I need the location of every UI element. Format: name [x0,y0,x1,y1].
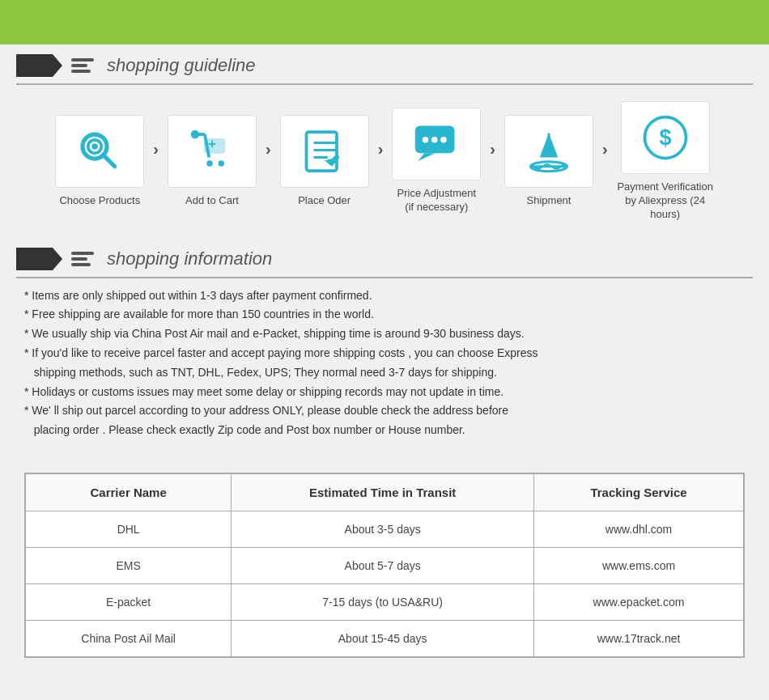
place-order-icon-box [280,115,369,188]
payment-verification-icon-box: $ [621,101,710,174]
steps-container: Choose Products › + Add to Cart › [0,85,769,238]
time-china-post: About 15-45 days [232,621,534,657]
step-place-order: Place Oder [276,115,373,208]
choose-products-label: Choose Products [55,194,144,208]
svg-point-8 [206,160,213,167]
time-epacket: 7-15 days (to USA&RU) [232,584,534,621]
arrow-5: › [602,140,608,159]
carrier-ems: EMS [26,548,232,584]
step-price-adjustment: Price Adjustment(if necessary) [388,108,485,214]
info-line-5: * Holidays or customs issues may meet so… [24,383,745,402]
ship-icon [525,127,573,176]
svg-point-3 [92,143,99,150]
stripe-line-1 [71,58,94,62]
stripe-line-3 [71,70,91,73]
info-line-3: * We usually ship via China Post Air mai… [24,325,745,344]
carrier-china-post: China Post Ail Mail [26,621,232,657]
table-row: China Post Ail Mail About 15-45 days www… [26,621,744,657]
stripe-line-2 [71,64,87,67]
step-payment-verification: $ Payment Verificationby Aliexpress (24 … [613,101,718,222]
col-estimated-time: Estimated Time in Transit [232,474,534,511]
choose-products-icon-box [55,115,144,188]
step-add-to-cart: + Add to Cart [164,115,261,208]
shipment-icon-box [504,115,593,188]
svg-point-18 [441,137,448,143]
svg-text:$: $ [659,125,671,150]
shipment-label: Shipment [504,194,593,208]
shipping-table: Carrier Name Estimated Time in Transit T… [25,473,744,657]
table-header-row: Carrier Name Estimated Time in Transit T… [26,474,744,511]
guideline-header: shopping guideline [0,45,769,83]
price-adjustment-label: Price Adjustment(if necessary) [392,187,481,214]
table-row: EMS About 5-7 days www.ems.com [26,548,744,584]
info-line-1: * Items are only shipped out within 1-3 … [24,286,745,306]
tracking-epacket: www.epacket.com [534,584,744,621]
order-icon [300,127,349,176]
shipping-table-wrapper: Carrier Name Estimated Time in Transit T… [24,473,745,658]
guideline-title: shopping guideline [107,55,256,76]
time-dhl: About 3-5 days [232,511,534,548]
arrow-1: › [153,140,159,159]
table-row: DHL About 3-5 days www.dhl.com [26,511,744,548]
carrier-epacket: E-packet [26,584,232,621]
info-stripe-line-2 [71,257,87,261]
col-carrier-name: Carrier Name [26,474,232,511]
step-choose-products: Choose Products [51,115,148,208]
svg-text:+: + [208,136,216,151]
cart-icon: + [188,127,236,176]
table-row: E-packet 7-15 days (to USA&RU) www.epack… [26,584,744,621]
payment-verification-label: Payment Verificationby Aliexpress (24 ho… [613,180,718,222]
svg-line-2 [104,155,116,167]
svg-marker-19 [418,154,435,162]
arrow-2: › [266,140,271,159]
price-adjustment-icon-box [392,108,481,180]
stripe-lines [71,58,94,73]
info-line-6: * We' ll ship out parcel according to yo… [24,401,745,440]
payment-icon: $ [641,113,690,162]
place-order-label: Place Oder [280,194,369,208]
info-stripe-line-1 [71,252,94,255]
tracking-dhl: www.dhl.com [534,511,744,548]
information-header: shopping information [0,238,769,277]
tracking-china-post: www.17track.net [534,621,744,657]
add-to-cart-label: Add to Cart [168,194,257,208]
add-to-cart-icon-box: + [168,115,257,188]
info-stripe-lines [71,252,94,266]
search-icon [75,127,124,176]
step-shipment: Shipment [500,115,597,208]
svg-point-17 [431,137,438,143]
chat-icon [412,120,461,168]
info-line-4: * If you'd like to receive parcel faster… [24,344,745,383]
svg-point-9 [218,160,224,167]
info-line-2: * Free shipping are available for more t… [24,305,745,325]
svg-point-16 [423,137,429,143]
col-tracking-service: Tracking Service [534,474,744,511]
arrow-4: › [490,140,495,159]
carrier-dhl: DHL [26,511,232,548]
information-title: shopping information [107,248,272,269]
arrow-3: › [378,140,384,159]
top-banner [0,0,769,45]
info-stripe-line-3 [71,263,91,266]
time-ems: About 5-7 days [232,548,534,584]
info-section: * Items are only shipped out within 1-3 … [0,278,769,456]
info-header-block-icon [16,248,53,270]
header-block-icon [16,54,53,77]
svg-rect-21 [548,133,550,156]
tracking-ems: www.ems.com [534,548,744,584]
